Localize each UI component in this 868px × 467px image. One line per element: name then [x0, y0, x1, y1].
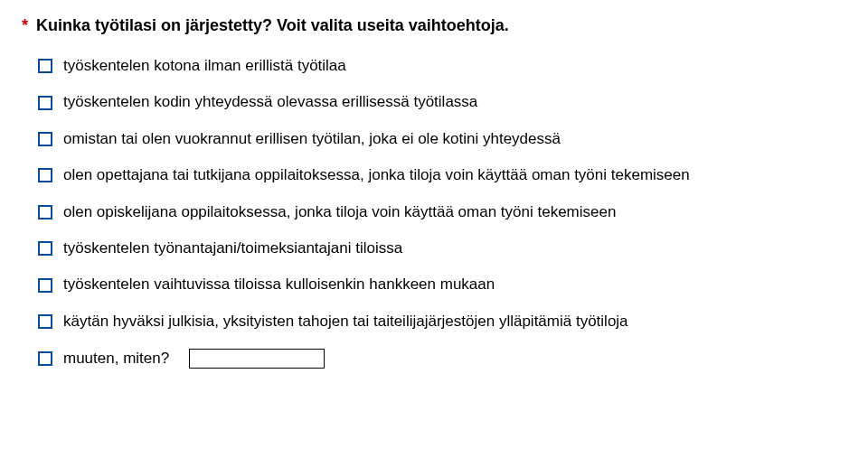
- option-row: työskentelen kotona ilman erillistä työt…: [38, 57, 846, 75]
- option-row: muuten, miten?: [38, 349, 846, 369]
- checkbox-option-other[interactable]: [38, 351, 52, 366]
- required-star: *: [22, 16, 28, 34]
- option-label: työskentelen kotona ilman erillistä työt…: [63, 57, 346, 75]
- checkbox-option-6[interactable]: [38, 241, 52, 256]
- question-text: Kuinka työtilasi on järjestetty? Voit va…: [36, 16, 509, 34]
- option-row: työskentelen työnantajani/toimeksiantaja…: [38, 239, 846, 257]
- question-title: * Kuinka työtilasi on järjestetty? Voit …: [22, 16, 846, 35]
- option-label: työskentelen työnantajani/toimeksiantaja…: [63, 239, 402, 257]
- option-row: olen opiskelijana oppilaitoksessa, jonka…: [38, 203, 846, 221]
- option-row: omistan tai olen vuokrannut erillisen ty…: [38, 130, 846, 148]
- checkbox-option-7[interactable]: [38, 278, 52, 293]
- checkbox-option-2[interactable]: [38, 96, 52, 110]
- checkbox-option-8[interactable]: [38, 314, 52, 329]
- option-label: käytän hyväksi julkisia, yksityisten tah…: [63, 313, 628, 331]
- checkbox-option-4[interactable]: [38, 168, 52, 182]
- options-list: työskentelen kotona ilman erillistä työt…: [22, 57, 846, 369]
- other-text-input[interactable]: [189, 349, 325, 369]
- option-row: käytän hyväksi julkisia, yksityisten tah…: [38, 313, 846, 331]
- option-row: työskentelen kodin yhteydessä olevassa e…: [38, 93, 846, 111]
- checkbox-option-5[interactable]: [38, 205, 52, 219]
- option-label: omistan tai olen vuokrannut erillisen ty…: [63, 130, 561, 148]
- option-label: olen opiskelijana oppilaitoksessa, jonka…: [63, 203, 616, 221]
- option-label: työskentelen vaihtuvissa tiloissa kulloi…: [63, 276, 495, 294]
- option-label: olen opettajana tai tutkijana oppilaitok…: [63, 166, 690, 184]
- checkbox-option-1[interactable]: [38, 59, 52, 73]
- option-row: työskentelen vaihtuvissa tiloissa kulloi…: [38, 276, 846, 294]
- option-row: olen opettajana tai tutkijana oppilaitok…: [38, 166, 846, 184]
- option-label: työskentelen kodin yhteydessä olevassa e…: [63, 93, 477, 111]
- option-label: muuten, miten?: [63, 350, 169, 368]
- survey-page: * Kuinka työtilasi on järjestetty? Voit …: [0, 0, 868, 403]
- checkbox-option-3[interactable]: [38, 132, 52, 146]
